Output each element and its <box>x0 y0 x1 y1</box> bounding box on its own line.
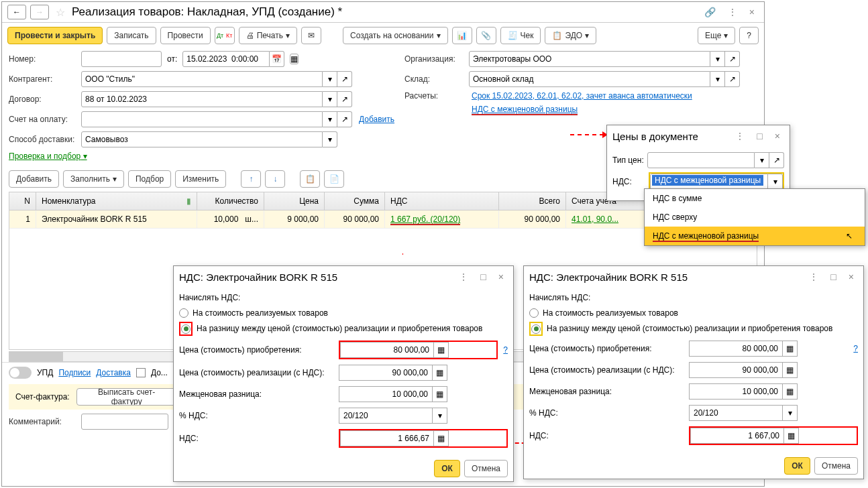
dropdown-option[interactable]: НДС сверху <box>645 208 865 227</box>
help-icon[interactable]: ? <box>853 344 858 353</box>
calc-icon[interactable]: ▦ <box>784 428 799 444</box>
help-icon[interactable]: ? <box>503 345 508 355</box>
chevron-down-icon[interactable]: ▾ <box>323 111 337 127</box>
ok-button[interactable]: ОК <box>784 457 810 475</box>
maximize-icon[interactable]: □ <box>826 270 840 284</box>
warehouse-input[interactable] <box>469 71 710 87</box>
chevron-down-icon[interactable]: ▾ <box>710 71 725 87</box>
cell-vat[interactable]: 1 667 руб. (20/120) <box>385 210 499 228</box>
radio-opt1[interactable] <box>179 308 188 318</box>
calendar-icon[interactable]: 📅 <box>270 51 284 67</box>
rate-input[interactable] <box>339 408 433 424</box>
menu-icon[interactable]: ⋮ <box>455 270 472 284</box>
maximize-icon[interactable]: □ <box>753 129 766 143</box>
calc-icon[interactable]: ▦ <box>433 386 447 402</box>
upd-toggle[interactable] <box>9 367 32 379</box>
reports-icon[interactable]: 📊 <box>452 27 472 44</box>
chevron-down-icon[interactable]: ▾ <box>755 152 769 168</box>
radio-opt2[interactable] <box>531 324 541 334</box>
select-button[interactable]: Подбор <box>128 170 171 188</box>
form-mode-icon[interactable]: ▦ <box>290 54 299 64</box>
contract-input[interactable] <box>81 91 323 107</box>
edit-button[interactable]: Изменить <box>175 170 226 188</box>
copy-button[interactable]: 📋 <box>300 170 320 188</box>
price-acq-input[interactable] <box>340 342 434 358</box>
menu-icon[interactable]: ⋮ <box>805 270 822 284</box>
delivery-link[interactable]: Доставка <box>96 368 131 377</box>
add-link[interactable]: Добавить <box>359 115 394 124</box>
vat-amount-input[interactable] <box>340 430 434 446</box>
price-acq-input[interactable] <box>689 341 783 357</box>
close-icon[interactable]: × <box>494 270 508 284</box>
number-input[interactable] <box>81 51 162 67</box>
invoice-input[interactable] <box>81 111 323 127</box>
more-button[interactable]: Еще ▾ <box>698 27 735 44</box>
chevron-down-icon[interactable]: ▾ <box>323 71 337 87</box>
col-total[interactable]: Всего <box>499 192 566 210</box>
open-icon[interactable]: ↗ <box>725 71 740 87</box>
org-input[interactable] <box>469 51 710 67</box>
back-button[interactable]: ← <box>7 5 26 19</box>
do-checkbox[interactable] <box>136 368 146 377</box>
save-button[interactable]: Записать <box>107 27 156 44</box>
print-button[interactable]: 🖨 Печать ▾ <box>239 27 297 44</box>
rate-input[interactable] <box>689 405 783 421</box>
dropdown-option-selected[interactable]: НДС с межценовой разницы↖ <box>645 227 865 245</box>
sign-link[interactable]: Подписи <box>58 368 91 377</box>
open-icon[interactable]: ↗ <box>337 111 352 127</box>
chevron-down-icon[interactable]: ▾ <box>323 91 337 107</box>
maximize-icon[interactable]: □ <box>476 270 490 284</box>
chevron-down-icon[interactable]: ▾ <box>768 174 783 190</box>
col-nomenclature[interactable]: Номенклатура▮ <box>36 192 197 210</box>
menu-icon[interactable]: ⋮ <box>731 129 749 143</box>
cheque-button[interactable]: 🧾 Чек <box>500 27 541 44</box>
diff-input[interactable] <box>689 383 783 400</box>
chevron-down-icon[interactable]: ▾ <box>433 408 447 424</box>
edo-button[interactable]: 📋 ЭДО ▾ <box>545 27 596 44</box>
chevron-down-icon[interactable]: ▾ <box>783 405 798 421</box>
dropdown-option[interactable]: НДС в сумме <box>645 189 865 208</box>
radio-opt2[interactable] <box>181 324 191 334</box>
cancel-button[interactable]: Отмена <box>464 460 508 477</box>
sf-button[interactable]: Выписать счет-фактуру <box>76 388 177 406</box>
contragent-input[interactable] <box>81 71 323 87</box>
forward-button[interactable]: → <box>30 5 49 19</box>
chevron-down-icon[interactable]: ▾ <box>710 51 725 67</box>
col-sum[interactable]: Сумма <box>325 192 385 210</box>
create-based-button[interactable]: Создать на основании ▾ <box>343 27 448 44</box>
calc-link[interactable]: Срок 15.02.2023, 62.01, 62.02, зачет ава… <box>472 91 692 101</box>
menu-icon[interactable]: ⋮ <box>724 5 741 19</box>
help-button[interactable]: ? <box>739 27 759 44</box>
col-quantity[interactable]: Количество <box>197 192 264 210</box>
calc-icon[interactable]: ▦ <box>434 342 449 358</box>
calc-icon[interactable]: ▦ <box>433 365 447 381</box>
calc-icon[interactable]: ▦ <box>783 383 798 400</box>
date-input[interactable] <box>182 51 270 67</box>
vat-amount-input[interactable] <box>690 428 784 444</box>
cancel-button[interactable]: Отмена <box>814 457 858 475</box>
open-icon[interactable]: ↗ <box>725 51 740 67</box>
post-button[interactable]: Провести <box>160 27 211 44</box>
price-real-input[interactable] <box>339 365 433 381</box>
close-icon[interactable]: × <box>745 5 759 19</box>
link-icon[interactable]: 🔗 <box>700 5 720 19</box>
ok-button[interactable]: ОК <box>434 460 460 477</box>
open-icon[interactable]: ↗ <box>337 91 352 107</box>
calc-icon[interactable]: ▦ <box>783 341 798 357</box>
star-icon[interactable]: ☆ <box>56 6 65 19</box>
diff-input[interactable] <box>339 386 433 402</box>
close-icon[interactable]: × <box>771 129 784 143</box>
price-real-input[interactable] <box>689 362 783 378</box>
delivery-input[interactable] <box>81 131 323 147</box>
open-icon[interactable]: ↗ <box>769 152 784 168</box>
col-n[interactable]: N <box>9 192 36 210</box>
col-vat[interactable]: НДС <box>385 192 499 210</box>
open-icon[interactable]: ↗ <box>337 71 352 87</box>
attach-icon[interactable]: 📎 <box>476 27 496 44</box>
col-price[interactable]: Цена <box>264 192 325 210</box>
cell-accounts[interactable]: 41.01, 90.0... <box>566 210 647 228</box>
calc-icon[interactable]: ▦ <box>434 430 449 446</box>
radio-opt1[interactable] <box>529 308 539 318</box>
close-icon[interactable]: × <box>845 270 858 284</box>
comment-input[interactable] <box>81 414 168 430</box>
